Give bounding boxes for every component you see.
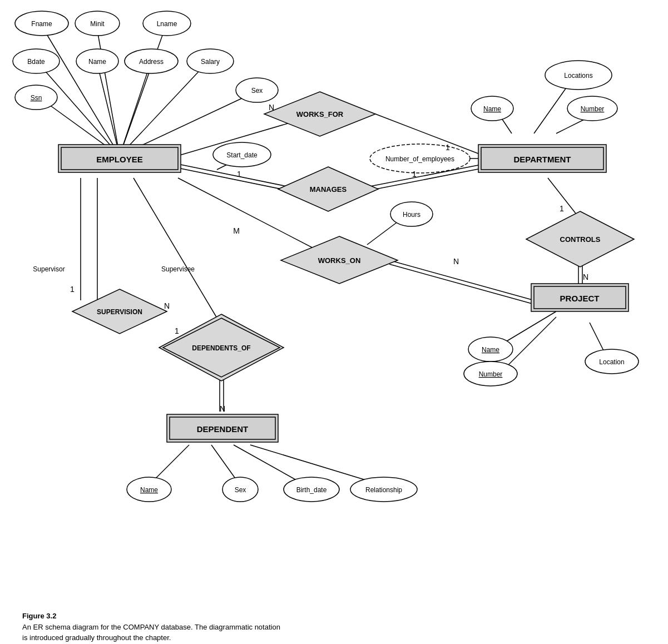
works-for-label: WORKS_FOR: [296, 110, 344, 118]
num-employees-attr: Number_of_employees: [385, 155, 454, 163]
svg-line-26: [367, 220, 400, 245]
dept-number-attr: Number: [581, 105, 605, 113]
name-emp-attr: Name: [88, 58, 106, 66]
svg-line-17: [534, 86, 567, 133]
svg-line-27: [501, 311, 556, 345]
figure-title: Figure 3.2: [22, 611, 668, 622]
project-label: PROJECT: [560, 294, 600, 303]
manages-label: MANAGES: [310, 185, 347, 194]
dept-name-attr: Name: [483, 105, 501, 113]
bdate-attr: Bdate: [27, 58, 45, 66]
relationship-attr: Relationship: [365, 486, 402, 494]
cardinality-n-supervision-sup: N: [164, 301, 170, 310]
svg-line-6: [120, 64, 206, 156]
start-date-attr: Start_date: [226, 151, 258, 159]
minit-attr: Minit: [90, 20, 105, 28]
cardinality-1-supervision-sup: 1: [70, 285, 75, 294]
er-diagram-svg: EMPLOYEE DEPARTMENT PROJECT DEPENDENT WO…: [0, 0, 668, 612]
sex-emp-attr: Sex: [251, 87, 263, 95]
works-on-label: WORKS_ON: [318, 256, 361, 265]
figure-caption: Figure 3.2 An ER schema diagram for the …: [11, 606, 668, 644]
svg-line-32: [133, 178, 220, 323]
employee-label: EMPLOYEE: [96, 155, 142, 164]
fname-attr: Fname: [31, 20, 52, 28]
cardinality-1-manages-emp: 1: [237, 170, 241, 179]
proj-number-attr: Number: [479, 370, 503, 378]
birth-date-attr: Birth_date: [296, 486, 327, 494]
supervisor-label: Supervisor: [33, 265, 65, 273]
svg-line-3: [39, 64, 120, 156]
ssn-attr: Ssn: [31, 94, 42, 102]
svg-line-5: [120, 64, 150, 156]
cardinality-n-dependents: N: [220, 404, 225, 413]
lname-attr: Lname: [157, 20, 177, 28]
proj-name-attr: Name: [482, 346, 499, 354]
dependent-label: DEPENDENT: [197, 424, 249, 434]
cardinality-1-controls-dept: 1: [560, 204, 564, 213]
cardinality-m-works-on-emp: M: [233, 226, 240, 235]
hours-attr: Hours: [403, 211, 420, 219]
cardinality-n-works-on-proj: N: [453, 257, 459, 266]
location-attr: Location: [599, 358, 624, 366]
er-diagram-container: EMPLOYEE DEPARTMENT PROJECT DEPENDENT WO…: [0, 0, 668, 612]
cardinality-1-manages-dept: 1: [412, 170, 417, 179]
caption-line2: is introduced gradually throughout the c…: [22, 632, 668, 643]
svg-line-28: [506, 317, 556, 367]
svg-line-25: [389, 264, 534, 304]
department-label: DEPARTMENT: [513, 155, 571, 164]
dep-sex-attr: Sex: [235, 486, 246, 494]
cardinality-1-dependents-emp: 1: [175, 326, 179, 335]
cardinality-1-works-for-dept: 1: [446, 143, 450, 152]
address-attr: Address: [139, 58, 164, 66]
dep-name-attr: Name: [140, 486, 158, 494]
controls-label: CONTROLS: [560, 235, 601, 244]
supervision-label: SUPERVISION: [97, 308, 142, 316]
dependents-of-label: DEPENDENTS_OF: [192, 344, 250, 352]
locations-attr: Locations: [564, 72, 592, 80]
cardinality-n-controls-proj: N: [583, 273, 588, 281]
cardinality-n-works-for-emp: N: [269, 103, 274, 112]
svg-line-24: [389, 260, 534, 300]
supervisee-label: Supervisee: [161, 265, 195, 273]
salary-attr: Salary: [201, 58, 220, 66]
caption-line1: An ER schema diagram for the COMPANY dat…: [22, 622, 668, 633]
